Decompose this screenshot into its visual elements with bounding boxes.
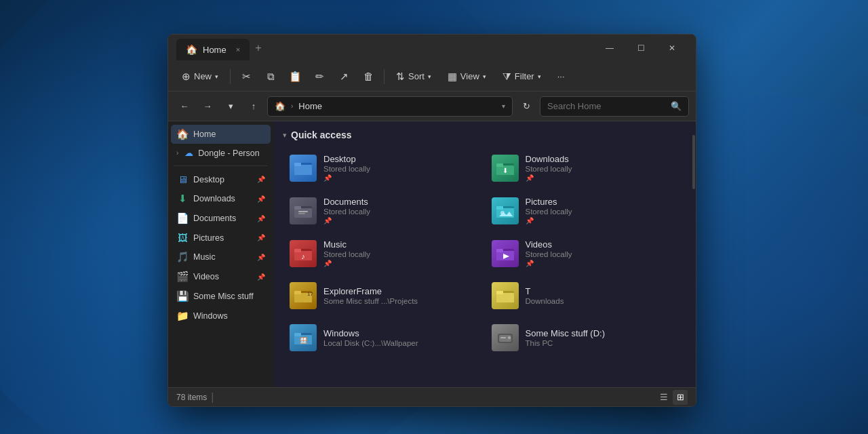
desktop-pin: 📌 — [323, 174, 474, 182]
file-item-misc-drive[interactable]: Some Misc stuff (D:) This PC — [485, 319, 683, 357]
grid-view-button[interactable]: ⊞ — [673, 390, 688, 405]
desktop-name: Desktop — [323, 154, 474, 164]
view-icon: ▦ — [448, 71, 457, 83]
misc-drive-name: Some Misc stuff (D:) — [526, 328, 676, 338]
file-item-videos[interactable]: Videos Stored locally 📌 — [485, 234, 683, 273]
music-info: Music Stored locally 📌 — [323, 239, 474, 267]
list-view-button[interactable]: ☰ — [656, 390, 671, 405]
content-area: 🏠 Home › ☁ Dongle - Person 🖥 Desktop 📌 ⬇… — [168, 121, 696, 387]
recent-button[interactable]: ▾ — [221, 97, 240, 116]
minimize-button[interactable]: — — [594, 37, 625, 59]
file-item-t[interactable]: T Downloads — [485, 277, 683, 315]
filter-chevron: ▾ — [538, 73, 541, 80]
close-button[interactable]: ✕ — [656, 37, 688, 59]
address-chevron: ▾ — [502, 102, 505, 110]
back-button[interactable]: ← — [175, 97, 194, 116]
windows-thumb: 🪟 — [290, 324, 317, 351]
active-tab[interactable]: 🏠 Home × — [176, 39, 250, 60]
svg-text:♪: ♪ — [301, 252, 305, 260]
tab-close-button[interactable]: × — [236, 45, 240, 54]
windows-sub: Local Disk (C:)...\Wallpaper — [323, 339, 474, 347]
search-box[interactable]: 🔍 — [540, 96, 689, 117]
documents-sub: Stored locally — [323, 208, 474, 216]
quick-access-header[interactable]: ▾ Quick access — [283, 130, 682, 140]
sidebar-item-downloads[interactable]: ⬇ Downloads 📌 — [171, 189, 271, 208]
file-area: ▾ Quick access Desktop Stored — [273, 121, 692, 387]
videos-thumb — [492, 240, 519, 267]
svg-rect-29 — [496, 293, 514, 302]
misc-sidebar-icon: 💾 — [176, 290, 189, 302]
share-button[interactable]: ↗ — [333, 66, 355, 87]
sidebar-item-pictures[interactable]: 🖼 Pictures 📌 — [171, 229, 271, 247]
delete-button[interactable]: 🗑 — [357, 66, 379, 87]
view-button[interactable]: ▦ View ▾ — [441, 67, 493, 86]
quick-access-title: Quick access — [291, 130, 352, 140]
file-item-music[interactable]: ♪ Music Stored locally 📌 — [283, 234, 481, 273]
file-item-pictures[interactable]: Pictures Stored locally 📌 — [485, 191, 683, 230]
svg-point-38 — [508, 336, 511, 339]
maximize-button[interactable]: ☐ — [625, 37, 656, 59]
scrollbar-track[interactable] — [692, 121, 696, 387]
refresh-button[interactable]: ↻ — [517, 97, 536, 116]
new-label: New — [194, 71, 212, 81]
explorerframe-info: ExplorerFrame Some Misc stuff ...\Projec… — [323, 286, 474, 305]
sidebar-music-label: Music — [193, 252, 252, 262]
cloud-icon: ☁ — [184, 148, 193, 158]
sidebar-misc-label: Some Misc stuff — [193, 292, 265, 301]
scrollbar-thumb[interactable] — [692, 135, 695, 189]
address-home-icon: 🏠 — [275, 101, 285, 111]
new-button[interactable]: ⊕ New ▾ — [175, 67, 225, 86]
cut-button[interactable]: ✂ — [235, 66, 257, 87]
rename-button[interactable]: ✏ — [309, 66, 330, 87]
new-tab-button[interactable]: + — [255, 42, 261, 54]
copy-button[interactable]: ⧉ — [260, 66, 281, 87]
sort-button[interactable]: ⇅ Sort ▾ — [389, 67, 438, 86]
documents-info: Documents Stored locally 📌 — [323, 197, 474, 224]
sidebar-item-home[interactable]: 🏠 Home — [171, 125, 271, 144]
misc-drive-info: Some Misc stuff (D:) This PC — [526, 328, 676, 347]
search-input[interactable] — [547, 101, 667, 111]
view-chevron: ▾ — [483, 73, 486, 80]
sidebar-item-desktop[interactable]: 🖥 Desktop 📌 — [171, 170, 271, 189]
explorerframe-sub: Some Misc stuff ...\Projects — [323, 297, 474, 305]
file-item-documents[interactable]: Documents Stored locally 📌 — [283, 191, 481, 230]
address-box[interactable]: 🏠 › Home ▾ — [267, 96, 513, 117]
downloads-name: Downloads — [526, 154, 676, 164]
svg-text:🪟: 🪟 — [300, 336, 308, 344]
sidebar-item-documents[interactable]: 📄 Documents 📌 — [171, 209, 271, 228]
quick-access-grid: Desktop Stored locally 📌 ⬇ — [283, 149, 682, 357]
sidebar-item-cloud[interactable]: › ☁ Dongle - Person — [171, 144, 271, 161]
filter-label: Filter — [515, 71, 534, 81]
more-button[interactable]: ··· — [551, 68, 572, 85]
home-tab-icon: 🏠 — [186, 44, 197, 55]
file-item-windows[interactable]: 🪟 Windows Local Disk (C:)...\Wallpaper — [283, 319, 481, 357]
file-item-explorerframe[interactable]: 17 ExplorerFrame Some Misc stuff ...\Pro… — [283, 277, 481, 315]
filter-button[interactable]: ⧩ Filter ▾ — [496, 67, 548, 86]
sidebar-item-music[interactable]: 🎵 Music 📌 — [171, 248, 271, 267]
search-icon: 🔍 — [671, 101, 682, 111]
misc-drive-thumb — [492, 324, 519, 351]
downloads-sub: Stored locally — [526, 165, 676, 173]
sidebar-home-label: Home — [193, 130, 265, 139]
sidebar-item-videos[interactable]: 🎬 Videos 📌 — [171, 267, 271, 286]
sidebar-documents-label: Documents — [193, 214, 252, 223]
up-button[interactable]: ↑ — [244, 97, 263, 116]
toolbar-sep-1 — [230, 69, 231, 84]
file-item-downloads[interactable]: ⬇ Downloads Stored locally 📌 — [485, 149, 683, 187]
sidebar-pictures-label: Pictures — [193, 233, 252, 243]
sort-icon: ⇅ — [396, 71, 405, 83]
svg-rect-14 — [496, 206, 503, 210]
music-pin: 📌 — [323, 260, 474, 267]
home-sidebar-icon: 🏠 — [176, 128, 189, 140]
sidebar-item-misc[interactable]: 💾 Some Misc stuff — [171, 287, 271, 306]
file-item-desktop[interactable]: Desktop Stored locally 📌 — [283, 149, 481, 187]
sort-label: Sort — [408, 71, 425, 81]
explorerframe-name: ExplorerFrame — [323, 286, 474, 296]
status-bar: 78 items | ☰ ⊞ — [168, 387, 696, 406]
forward-button[interactable]: → — [198, 97, 217, 116]
sidebar-item-windows[interactable]: 📁 Windows — [171, 307, 271, 326]
address-sep: › — [291, 102, 293, 110]
paste-button[interactable]: 📋 — [284, 66, 306, 87]
pictures-pin-icon: 📌 — [257, 234, 265, 241]
view-label: View — [460, 71, 479, 81]
